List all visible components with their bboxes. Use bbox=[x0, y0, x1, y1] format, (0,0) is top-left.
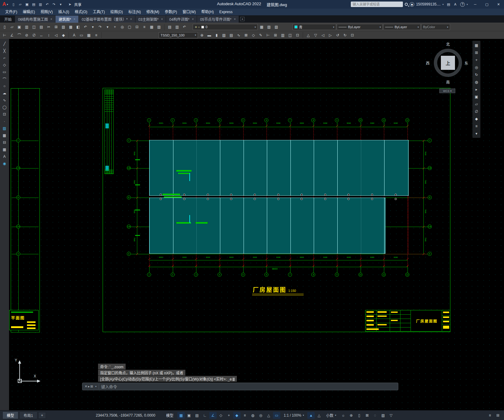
undo-list-icon[interactable]: ▾ bbox=[89, 24, 96, 30]
rectangle-icon[interactable]: ▭ bbox=[1, 69, 8, 75]
showmotion-icon[interactable]: ▸ bbox=[473, 86, 479, 92]
grid-icon[interactable]: ▦ bbox=[177, 412, 185, 419]
menu-item[interactable]: 插入(I) bbox=[55, 9, 72, 15]
tssd-window-icon[interactable]: ⊡ bbox=[294, 32, 301, 38]
menu-item[interactable]: 工具(T) bbox=[90, 9, 108, 15]
menu-item[interactable]: 格式(O) bbox=[72, 9, 90, 15]
tssd-detail-icon[interactable]: ◇ bbox=[250, 32, 257, 38]
settings-icon[interactable]: ⊡ bbox=[349, 32, 356, 38]
annotation-scale-control[interactable]: 1:1 / 100%▾ bbox=[281, 412, 306, 418]
undo-icon[interactable]: ↶ bbox=[44, 1, 50, 7]
dim-diameter-icon[interactable]: ∅ bbox=[31, 32, 37, 38]
close-tab-icon[interactable]: × bbox=[161, 17, 163, 21]
match-properties-icon[interactable]: ▩ bbox=[67, 24, 74, 30]
help-icon[interactable]: ? bbox=[460, 2, 465, 7]
viewcube-west-label[interactable]: 西 bbox=[426, 60, 431, 66]
refresh-icon[interactable]: ↺ bbox=[334, 32, 341, 38]
workspace-icon[interactable]: ☼ bbox=[339, 412, 347, 419]
dim-style-icon[interactable]: ◆ bbox=[60, 32, 67, 38]
tssd-door-icon[interactable]: ◫ bbox=[287, 32, 294, 38]
annotation-monitor-icon[interactable]: ⊕ bbox=[347, 412, 355, 419]
tssd-grid-icon[interactable]: ⊞ bbox=[272, 32, 279, 38]
close-tab-icon[interactable]: × bbox=[74, 17, 75, 21]
customization-icon[interactable]: ≡ bbox=[486, 412, 494, 419]
zoom-previous-icon[interactable]: ⊟ bbox=[134, 24, 140, 30]
viewcube-top-face[interactable]: 上 bbox=[441, 56, 455, 70]
viewcube-east-label[interactable]: 东 bbox=[464, 60, 469, 66]
block-editor-icon[interactable]: ◧ bbox=[75, 24, 81, 30]
prev-view-icon[interactable]: ◁ bbox=[320, 32, 326, 38]
spline-icon[interactable]: ∿ bbox=[1, 97, 8, 103]
command-input[interactable]: 键入命令 bbox=[101, 384, 117, 389]
paste-icon[interactable]: ▧ bbox=[60, 24, 67, 30]
menu-item[interactable]: 参数(P) bbox=[162, 9, 180, 15]
arc-icon[interactable]: ⌒ bbox=[1, 76, 8, 82]
zoom-window-icon[interactable]: ▢ bbox=[126, 24, 133, 30]
steering-wheel-icon[interactable]: ◍ bbox=[473, 79, 479, 85]
linetype-dropdown[interactable]: ByLayer ▾ bbox=[337, 24, 383, 30]
new-file-icon[interactable]: ▯ bbox=[10, 1, 17, 7]
open-icon[interactable]: ▱ bbox=[9, 24, 15, 30]
tssd-section-icon[interactable]: ⊠ bbox=[243, 32, 249, 38]
signed-in-user[interactable]: 1505999135.... bbox=[416, 2, 441, 6]
tool-palettes-icon[interactable]: ▨ bbox=[156, 24, 162, 30]
object-snap-tracking-icon[interactable]: + bbox=[225, 412, 233, 419]
line-icon[interactable]: ╱ bbox=[1, 41, 8, 47]
drawing-canvas[interactable]: C1/BB1/AA平面图7500750075007500750075007500… bbox=[9, 39, 504, 410]
save-icon[interactable]: ▣ bbox=[16, 24, 23, 30]
tssd-beam-icon[interactable]: ▬ bbox=[206, 32, 213, 38]
lock-ui-icon[interactable]: ⊠ bbox=[363, 412, 371, 419]
dim-radius-icon[interactable]: ⊘ bbox=[23, 32, 30, 38]
tssd-text-icon[interactable]: ✎ bbox=[257, 32, 264, 38]
lineweight-dropdown[interactable]: ByLayer ▾ bbox=[383, 24, 421, 30]
dim-leader-icon[interactable]: ◁ bbox=[53, 32, 59, 38]
units-control[interactable]: 小数▾ bbox=[324, 412, 339, 419]
zoom-icon[interactable]: ◎ bbox=[473, 64, 479, 70]
dynamic-ucs-icon[interactable]: △ bbox=[265, 412, 272, 419]
layer-match-icon[interactable]: ▥ bbox=[174, 24, 180, 30]
text-style-dropdown[interactable]: TSSD_150_100 ▾ bbox=[159, 32, 198, 38]
infer-constraints-icon[interactable]: ▤ bbox=[193, 412, 201, 419]
snap-icon[interactable]: ▣ bbox=[185, 412, 193, 419]
save-icon[interactable]: ▣ bbox=[24, 1, 30, 7]
fullscreen-icon[interactable]: ⊞ bbox=[473, 50, 479, 55]
help-search-input[interactable] bbox=[351, 2, 403, 7]
isolate-objects-icon[interactable]: ◌ bbox=[371, 412, 379, 419]
open-file-icon[interactable]: ▱ bbox=[17, 1, 23, 7]
layer-freeze-icon[interactable]: ○ bbox=[198, 25, 200, 29]
copy-icon[interactable]: ⊞ bbox=[53, 24, 59, 30]
revcloud-icon[interactable]: ☁ bbox=[1, 90, 8, 96]
help-menu-caret-icon[interactable]: ▾ bbox=[467, 3, 468, 6]
transparency-icon[interactable]: ◍ bbox=[249, 412, 256, 419]
dim-baseline-icon[interactable]: ↕ bbox=[45, 32, 52, 38]
menu-item[interactable]: 编辑(E) bbox=[20, 9, 38, 15]
tssd-rebar-icon[interactable]: ∿ bbox=[235, 32, 242, 38]
command-close-icon[interactable]: ✕ bbox=[85, 384, 87, 388]
user-menu-caret-icon[interactable]: ▾ bbox=[442, 3, 444, 6]
section-icon[interactable]: ▱ bbox=[473, 101, 479, 107]
close-tab-icon[interactable]: × bbox=[130, 17, 132, 21]
polygon-icon[interactable]: ◇ bbox=[1, 62, 8, 68]
menu-item[interactable]: 标注(N) bbox=[126, 9, 144, 15]
polyline-icon[interactable]: ⌐ bbox=[1, 55, 8, 61]
layer-properties-icon[interactable]: ▤ bbox=[166, 24, 173, 30]
dim-aligned-icon[interactable]: ∠ bbox=[9, 32, 15, 38]
ellipse-icon[interactable]: ◯ bbox=[1, 104, 8, 110]
lineweight-icon[interactable]: ≡ bbox=[241, 412, 248, 419]
ortho-icon[interactable]: ∟ bbox=[201, 412, 209, 419]
share-button[interactable]: ➤ 共享 bbox=[67, 1, 81, 7]
ucs-world-icon[interactable]: ◆ bbox=[473, 116, 479, 122]
annotation-autoscale-icon[interactable]: △ bbox=[315, 412, 323, 419]
close-tab-icon[interactable]: × bbox=[192, 17, 194, 21]
region-icon[interactable]: ⊟ bbox=[1, 140, 8, 145]
menu-item[interactable]: 修改(M) bbox=[144, 9, 162, 15]
file-tab[interactable]: 06结构布置施工图× bbox=[15, 16, 55, 23]
file-tab[interactable]: 03主刚架图*× bbox=[135, 16, 166, 23]
orbit-icon[interactable]: ↻ bbox=[473, 72, 479, 78]
command-line[interactable]: ✕▸⊞ ▾ 键入命令 bbox=[82, 383, 398, 390]
viewcube-south-label[interactable]: 南 bbox=[445, 79, 450, 85]
properties-icon[interactable]: ≡ bbox=[141, 24, 148, 30]
preview-icon[interactable]: ◫ bbox=[31, 24, 37, 30]
dim-linear-icon[interactable]: ⊢ bbox=[1, 32, 8, 38]
point-icon[interactable]: ∙ bbox=[1, 119, 8, 124]
